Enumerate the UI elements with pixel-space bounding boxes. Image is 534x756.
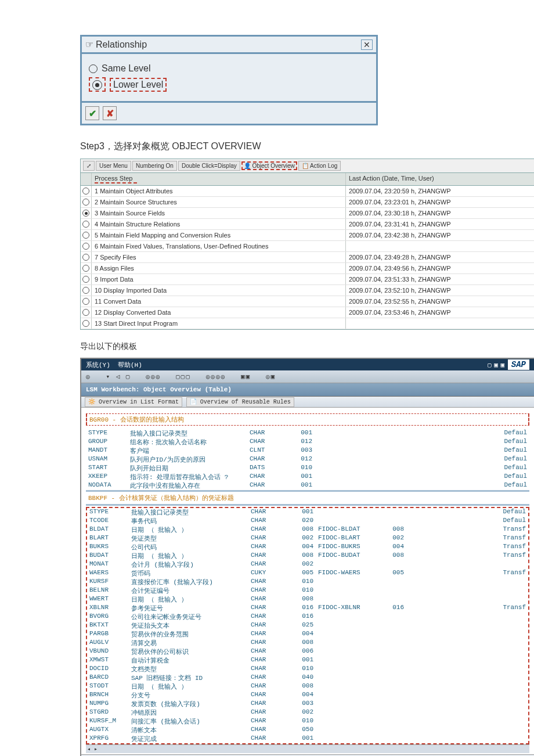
process-step-window: ⤢ User Menu Numbering On Double Click=Di… <box>80 159 534 330</box>
field-row: BUDAT日期 （ 批输入 ）CHAR008FIDOC-BUDAT008Tran… <box>87 552 528 560</box>
lower-level-radio[interactable] <box>92 80 102 90</box>
overview-reusable-button[interactable]: 📄 Overview of Reusable Rules <box>186 397 294 407</box>
process-step-row[interactable]: 11 Convert Data2009.07.04, 23:52:55 h, Z… <box>81 296 534 307</box>
step-radio[interactable] <box>82 199 89 206</box>
sap-logo: SAP <box>508 359 529 370</box>
icon-toolbar[interactable]: ◎ ▾ ◁ ▢ ◎◎◎ ▢▢▢ ◎◎◎◎ ▣▣ ◎▣ <box>81 370 534 383</box>
step-radio[interactable] <box>82 287 89 294</box>
same-level-label: Same Level <box>102 63 151 74</box>
field-row: PARGB贸易伙伴的业务范围CHAR004 <box>87 630 528 639</box>
step-last-action: 2009.07.04, 23:23:01 h, ZHANGWP <box>346 197 534 207</box>
step-label: 1 Maintain Object Attributes <box>92 186 346 196</box>
field-row: DOCID文档类型CHAR010 <box>87 665 528 674</box>
field-row: STYPE批输入接口记录类型CHAR001Defaul <box>87 508 528 517</box>
lower-level-label: Lower Level <box>110 78 167 92</box>
step-radio[interactable] <box>82 210 89 217</box>
menu-help[interactable]: 帮助(H) <box>118 362 142 369</box>
step-label: 11 Convert Data <box>92 296 346 307</box>
step-last-action: 2009.07.04, 23:49:56 h, ZHANGWP <box>346 263 534 273</box>
field-row: START队列开始日期DATS010Defaul <box>86 464 529 473</box>
process-step-header: Process Step Last Action (Date, Time, Us… <box>81 173 534 186</box>
field-row: XKEEP指示符: 处理后暂存批输入会话 ?CHAR001Defaul <box>86 473 529 481</box>
relationship-dialog: ☞Relationship ✕ Same Level Lower Level ✔… <box>80 35 378 125</box>
field-row: XPRFG凭证完成CHAR001 <box>87 735 528 743</box>
field-row: BRNCH分支号CHAR004 <box>87 691 528 700</box>
cancel-button[interactable]: ✘ <box>103 106 117 120</box>
action-log-button[interactable]: 📋 Action Log <box>298 161 341 171</box>
field-row: STYPE批输入接口记录类型CHAR001Defaul <box>86 429 529 438</box>
field-table-2: STYPE批输入接口记录类型CHAR001DefaulTCODE事务代码CHAR… <box>87 508 528 743</box>
process-step-row[interactable]: 5 Maintain Field Mapping and Conversion … <box>81 230 534 241</box>
field-row: BELNR会计凭证编号CHAR010 <box>87 586 528 595</box>
relationship-title: Relationship <box>96 39 147 50</box>
step-last-action: 2009.07.04, 23:52:10 h, ZHANGWP <box>346 285 534 296</box>
process-step-row[interactable]: 8 Assign Files2009.07.04, 23:49:56 h, ZH… <box>81 263 534 274</box>
field-row: WWERT日期 （ 批输入 ）CHAR008 <box>87 595 528 604</box>
step-label: 9 Import Data <box>92 274 346 285</box>
step-radio[interactable] <box>82 298 89 305</box>
user-menu-button[interactable]: User Menu <box>96 161 131 171</box>
step-last-action: 2009.07.04, 23:51:33 h, ZHANGWP <box>346 274 534 285</box>
step-radio[interactable] <box>82 254 89 261</box>
step-radio[interactable] <box>82 188 89 195</box>
step-radio[interactable] <box>82 276 89 283</box>
overview-list-button[interactable]: 🔆 Overview in List Format <box>85 397 182 407</box>
field-row: STGRD冲销原因CHAR002 <box>87 708 528 717</box>
step-label: 13 Start Direct Input Program <box>92 318 346 329</box>
field-row: USNAM队列用户ID/为历史的原因CHAR012Defaul <box>86 455 529 464</box>
field-row: BLART凭证类型CHAR002FIDOC-BLART002Transf <box>87 534 528 543</box>
ok-button[interactable]: ✔ <box>85 106 99 120</box>
step-radio[interactable] <box>82 221 89 228</box>
menu-system[interactable]: 系统(Y) <box>86 362 110 369</box>
object-overview-button[interactable]: 👤 Object Overview <box>241 161 297 170</box>
step-radio[interactable] <box>82 309 89 316</box>
field-row: TCODE事务代码CHAR020Defaul <box>87 517 528 525</box>
dblclick-button[interactable]: Double Click=Display <box>178 161 240 171</box>
process-step-row[interactable]: 9 Import Data2009.07.04, 23:51:33 h, ZHA… <box>81 274 534 285</box>
close-icon[interactable]: ✕ <box>361 39 373 50</box>
field-row: BARCDSAP 旧档链接：文档 IDCHAR040 <box>87 674 528 682</box>
step-radio[interactable] <box>82 320 89 327</box>
col-last-action: Last Action (Date, Time, User) <box>346 173 534 185</box>
step-radio[interactable] <box>82 243 89 250</box>
window-controls-icon[interactable]: ▢ ▣ ▣ <box>488 361 504 369</box>
process-step-row[interactable]: 10 Display Imported Data2009.07.04, 23:5… <box>81 285 534 296</box>
process-step-row[interactable]: 12 Display Converted Data2009.07.04, 23:… <box>81 307 534 318</box>
field-row: BKTXT凭证抬头文本CHAR025 <box>87 621 528 630</box>
step-last-action: 2009.07.04, 23:53:46 h, ZHANGWP <box>346 307 534 318</box>
process-step-row[interactable]: 4 Maintain Structure Relations2009.07.04… <box>81 219 534 230</box>
step-last-action: 2009.07.04, 23:52:55 h, ZHANGWP <box>346 296 534 307</box>
field-row: NODATA此字段中没有批输入存在CHAR001Defaul <box>86 481 529 490</box>
process-step-row[interactable]: 13 Start Direct Input Program <box>81 318 534 329</box>
group-header-bgr00: BGR00 - 会话数据的批输入结构 <box>86 413 529 426</box>
process-step-row[interactable]: 7 Specify Files2009.07.04, 23:49:28 h, Z… <box>81 252 534 263</box>
toolbar: ⤢ User Menu Numbering On Double Click=Di… <box>81 159 534 173</box>
step-last-action: 2009.07.04, 23:49:28 h, ZHANGWP <box>346 252 534 262</box>
step-label: 8 Assign Files <box>92 263 346 273</box>
step-last-action: 2009.07.04, 23:31:41 h, ZHANGWP <box>346 219 534 229</box>
numbering-button[interactable]: Numbering On <box>132 161 177 171</box>
step-last-action: 2009.07.04, 23:42:38 h, ZHANGWP <box>346 230 534 240</box>
window-icon: ☞ <box>85 39 93 50</box>
field-row: STODT日期 （ 批输入 ）CHAR008 <box>87 682 528 691</box>
step-label: 12 Display Converted Data <box>92 307 346 318</box>
same-level-radio[interactable] <box>89 64 98 73</box>
step-radio[interactable] <box>82 232 89 239</box>
step-last-action <box>346 241 534 251</box>
process-step-row[interactable]: 2 Maintain Source Structures2009.07.04, … <box>81 197 534 208</box>
expand-icon[interactable]: ⤢ <box>83 161 95 171</box>
step-label: 3 Maintain Source Fields <box>92 208 346 218</box>
field-row: KURSF_M间接汇率 (批输入会话)CHAR010 <box>87 717 528 726</box>
step-radio[interactable] <box>82 265 89 272</box>
process-step-row[interactable]: 3 Maintain Source Fields2009.07.04, 23:3… <box>81 208 534 219</box>
field-row: NUMPG发票页数 (批输入字段)CHAR003 <box>87 700 528 708</box>
process-step-row[interactable]: 1 Maintain Object Attributes2009.07.04, … <box>81 186 534 197</box>
field-row: XMWST自动计算税金CHAR001 <box>87 656 528 665</box>
field-row: MANDT客户端CLNT003Defaul <box>86 447 529 455</box>
process-step-row[interactable]: 6 Maintain Fixed Values, Translations, U… <box>81 241 534 252</box>
step-last-action: 2009.07.04, 23:20:59 h, ZHANGWP <box>346 186 534 196</box>
group-header-bbkpf-row: BBKPF - 会计核算凭证（批输入结构）的凭证标题 <box>86 490 529 506</box>
step-label: 10 Display Imported Data <box>92 285 346 296</box>
step-label: 4 Maintain Structure Relations <box>92 219 346 229</box>
field-row: WAERS货币码CUKY005FIDOC-WAERS005Transf <box>87 569 528 578</box>
